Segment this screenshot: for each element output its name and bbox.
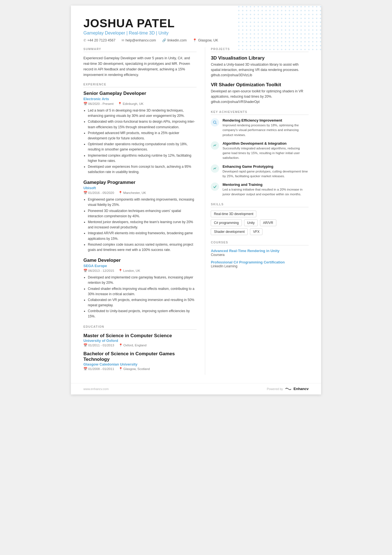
course-block-1: Advanced Real-Time Rendering in Unity Co…	[211, 249, 309, 257]
achievement-item-4: Mentoring and Training Led a training in…	[211, 182, 309, 197]
summary-text: Experienced Gameplay Developer with over…	[83, 55, 197, 78]
bullet-2-1: Engineered game components with renderin…	[88, 197, 197, 208]
contact-email: ✉ help@enhancv.com	[121, 38, 156, 42]
job-block-1: Senior Gameplay Developer Electronic Art…	[83, 91, 197, 175]
edu-loc-1: 📍 Oxford, England	[119, 343, 147, 347]
skill-tag-3: Unity	[244, 219, 258, 226]
search-icon	[213, 120, 217, 124]
brand-name: Enhancv	[294, 387, 309, 391]
skill-row-2: C# programming Unity AR/VR	[211, 219, 309, 226]
course-title-1: Advanced Real-Time Rendering in Unity	[211, 249, 309, 253]
achievement-desc-4: Led a training initiative that resulted …	[222, 187, 309, 197]
job-title-1: Senior Gameplay Developer	[83, 91, 197, 96]
bullet-2-2: Pioneered 3D visualization techniques en…	[88, 208, 197, 219]
bullet-2-4: Integrated AR/VR elements into existing …	[88, 231, 197, 241]
edu-school-2: Glasgow Caledonian University	[83, 362, 197, 366]
bullet-1-4: Optimised shader operations reducing com…	[88, 142, 197, 152]
edu-cal-icon-2: 📅	[83, 367, 87, 371]
left-column: SUMMARY Experienced Gameplay Developer w…	[83, 47, 205, 375]
job-title-3: Game Developer	[83, 258, 197, 263]
bullet-1-2: Collaborated with cross-functional teams…	[88, 119, 197, 130]
bullet-1-1: Led a team of 5 in developing real-time …	[88, 108, 197, 119]
education-section-title: EDUCATION	[83, 325, 197, 330]
edu-degree-2: Bachelor of Science in Computer Games Te…	[83, 351, 197, 362]
job-block-2: Gameplay Programmer Ubisoft 📅 01/2016 - …	[83, 180, 197, 253]
skill-row-3: Shader development VFX	[211, 228, 309, 235]
job-location-3: 📍 London, UK	[118, 269, 140, 273]
algorithm-icon	[213, 144, 217, 147]
job-date-2: 📅 01/2016 - 05/2020	[83, 191, 114, 195]
email-icon: ✉	[121, 38, 124, 42]
job-company-3: SEGA Europe	[83, 264, 197, 268]
projects-section-title: PROJECTS	[211, 47, 309, 52]
achievement-item-3: Enhancing Game Prototyping Developed rap…	[211, 164, 309, 179]
bullet-3-3: Collaborated on VR projects, enhancing i…	[88, 297, 197, 308]
contact-bar: ✆ +44 20 7123 4567 ✉ help@enhancv.com 🔗 …	[83, 38, 309, 42]
project-title-2: VR Shader Optimization Toolkit	[211, 82, 309, 88]
enhancv-logo-icon	[285, 387, 292, 391]
project-title-1: 3D Visualisation Library	[211, 55, 309, 61]
achievements-section-title: KEY ACHIEVEMENTS	[211, 110, 309, 115]
resume-content: JOSHUA PATEL Gameplay Developer | Real-t…	[71, 6, 321, 383]
edu-school-1: University of Oxford	[83, 339, 197, 343]
pin-icon-2: 📍	[118, 191, 122, 195]
achievement-title-2: Algorithm Development & Integration	[222, 141, 309, 145]
pin-icon-1: 📍	[118, 102, 122, 106]
achievement-desc-1: Improved rendering processes by 18%, opt…	[222, 123, 309, 137]
footer-brand: Powered by Enhancv	[267, 387, 309, 391]
achievement-icon-1	[211, 118, 219, 127]
resume-header: JOSHUA PATEL Gameplay Developer | Real-t…	[83, 17, 309, 42]
candidate-subtitle: Gameplay Developer | Real-time 3D | Unit…	[83, 31, 309, 36]
skill-tag-1: Real-time 3D development	[211, 211, 256, 217]
edu-block-2: Bachelor of Science in Computer Games Te…	[83, 351, 197, 371]
edu-date-1: 📅 01/2011 - 01/2013	[83, 343, 114, 347]
contact-phone: ✆ +44 20 7123 4567	[83, 38, 115, 42]
calendar-icon-1: 📅	[83, 102, 87, 106]
job-bullets-2: Engineered game components with renderin…	[83, 197, 197, 253]
location-icon: 📍	[193, 38, 197, 42]
job-title-2: Gameplay Programmer	[83, 180, 197, 185]
bullet-2-3: Mentored junior developers, reducing the…	[88, 219, 197, 230]
edu-meta-1: 📅 01/2011 - 01/2013 📍 Oxford, England	[83, 343, 197, 347]
pin-icon-3: 📍	[118, 269, 122, 273]
project-desc-2: Developed an open-source toolkit for opt…	[211, 89, 309, 105]
job-company-2: Ubisoft	[83, 186, 197, 190]
contact-linkedin: 🔗 linkedin.com	[162, 38, 187, 42]
prototype-icon	[213, 167, 217, 171]
achievement-item-1: Rendering Efficiency Improvement Improve…	[211, 118, 309, 137]
job-date-3: 📅 06/2013 - 12/2015	[83, 269, 114, 273]
job-bullets-1: Led a team of 5 in developing real-time …	[83, 108, 197, 175]
achievement-desc-3: Developed rapid game prototypes, cutting…	[222, 169, 309, 179]
project-block-2: VR Shader Optimization Toolkit Developed…	[211, 82, 309, 105]
job-meta-3: 📅 06/2013 - 12/2015 📍 London, UK	[83, 269, 197, 273]
resume-page: JOSHUA PATEL Gameplay Developer | Real-t…	[71, 6, 321, 394]
phone-icon: ✆	[83, 38, 86, 42]
resume-footer: www.enhancv.com Powered by Enhancv	[71, 383, 321, 394]
skill-tag-6: VFX	[250, 228, 262, 235]
course-title-2: Professional C# Programming Certificatio…	[211, 260, 309, 264]
footer-website: www.enhancv.com	[83, 387, 109, 391]
edu-meta-2: 📅 01/2008 - 01/2011 📍 Glasgow, Scotland	[83, 367, 197, 371]
edu-pin-icon-2: 📍	[119, 367, 123, 371]
job-location-2: 📍 Manchester, UK	[118, 191, 146, 195]
skills-section-title: SKILLS	[211, 203, 309, 207]
achievement-title-4: Mentoring and Training	[222, 182, 309, 187]
achievement-icon-2	[211, 141, 219, 150]
job-location-1: 📍 Edinburgh, UK	[118, 102, 143, 106]
bullet-2-5: Resolved complex code issues across vari…	[88, 242, 197, 253]
linkedin-url: linkedin.com	[167, 38, 187, 42]
skills-section: Real-time 3D development C# programming …	[211, 211, 309, 235]
project-desc-1: Created a Unity-based 3D visualization l…	[211, 62, 309, 78]
bullet-3-1: Developed and implemented core gameplay …	[88, 275, 197, 285]
right-column: PROJECTS 3D Visualisation Library Create…	[205, 47, 309, 375]
bullet-1-5: Implemented complex algorithms reducing …	[88, 153, 197, 164]
project-block-1: 3D Visualisation Library Created a Unity…	[211, 55, 309, 78]
bullet-3-4: Contributed to Unity-based projects, imp…	[88, 309, 197, 319]
job-meta-2: 📅 01/2016 - 05/2020 📍 Manchester, UK	[83, 191, 197, 195]
bullet-1-6: Developed user experiences from concept …	[88, 164, 197, 175]
job-bullets-3: Developed and implemented core gameplay …	[83, 275, 197, 319]
skill-tag-4: AR/VR	[260, 219, 276, 226]
job-block-3: Game Developer SEGA Europe 📅 06/2013 - 1…	[83, 258, 197, 319]
job-company-1: Electronic Arts	[83, 97, 197, 101]
experience-section-title: EXPERIENCE	[83, 83, 197, 87]
